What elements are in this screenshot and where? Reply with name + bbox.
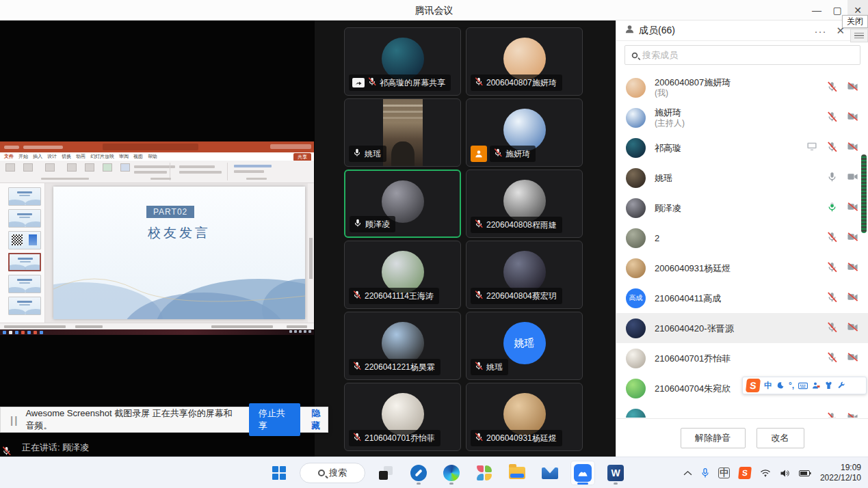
ppt-tab[interactable]: 插入 (33, 153, 42, 160)
ppt-window-controls[interactable] (270, 144, 311, 149)
tray-mic-icon[interactable] (701, 467, 709, 478)
video-tile[interactable]: 顾泽凌 (344, 170, 461, 238)
ppt-scrollbar[interactable] (308, 183, 314, 323)
slide-thumbnail[interactable]: 6 (8, 297, 41, 315)
ppt-search-box[interactable] (103, 144, 198, 150)
member-row[interactable]: 祁高璇 (616, 133, 868, 163)
ime-chinese-mode-icon[interactable]: 中 (764, 380, 772, 392)
video-tile[interactable]: 2006040807施妍琦 (466, 27, 583, 96)
ime-indicator[interactable]: 中 (718, 467, 730, 478)
video-tile[interactable]: 2106040701乔怡菲 (344, 383, 461, 451)
video-tile[interactable]: 2206040808程雨婕 (466, 170, 583, 238)
task-view-button[interactable] (373, 461, 398, 485)
tencent-meeting-icon[interactable] (570, 461, 595, 485)
ppt-tab[interactable]: 文件 (4, 153, 14, 160)
member-row[interactable]: 2006040931杨廷煜 (616, 253, 868, 283)
member-subtitle: (我) (655, 88, 668, 98)
start-button[interactable] (267, 461, 291, 485)
ppt-tab[interactable]: 动画 (76, 153, 86, 160)
tile-name-label: 2206041114王海涛 (365, 290, 434, 302)
unmute-button[interactable]: 解除静音 (681, 428, 746, 448)
member-row[interactable] (616, 403, 868, 418)
hamburger-menu-icon[interactable] (850, 29, 868, 42)
member-row[interactable]: 姚瑶 (616, 163, 868, 193)
ppt-tab[interactable]: 切换 (62, 153, 71, 160)
ribbon-icon[interactable] (23, 163, 33, 172)
taskbar-clock[interactable]: 19:09 2022/12/10 (820, 463, 861, 483)
slide-thumbnail[interactable]: 1 (8, 187, 41, 206)
microsoft-store-icon[interactable] (472, 461, 497, 485)
keyboard-icon[interactable] (798, 382, 808, 390)
member-row[interactable]: 顾泽凌 (616, 193, 868, 223)
video-tile[interactable]: 施妍琦 (466, 98, 583, 167)
ppt-tab[interactable]: 设计 (47, 153, 57, 160)
member-search-input[interactable]: 搜索成员 (624, 45, 860, 65)
ppt-tab[interactable]: 幻灯片放映 (90, 153, 114, 160)
video-tile[interactable]: 2206041114王海涛 (344, 241, 461, 309)
member-row[interactable]: 施妍琦(主持人) (616, 103, 868, 133)
shirt-icon[interactable] (824, 381, 833, 390)
tile-name-label: 2206041221杨昊霖 (365, 362, 435, 373)
mic-icon (367, 77, 377, 89)
video-tile[interactable]: 祁高璇的屏幕共享 (344, 27, 461, 96)
wrench-icon[interactable] (837, 381, 845, 390)
volume-icon[interactable] (780, 469, 790, 478)
more-options-icon[interactable]: ··· (814, 25, 826, 37)
ribbon-icon[interactable] (5, 163, 15, 172)
tool-app-icon[interactable] (406, 461, 431, 485)
edge-browser-icon[interactable] (439, 461, 464, 485)
word-app-icon[interactable]: W (603, 461, 628, 485)
mail-app-icon[interactable] (538, 461, 562, 485)
moon-icon[interactable] (776, 381, 785, 390)
member-row[interactable]: 2006040807施妍琦(我) (616, 72, 868, 103)
ribbon-icon[interactable] (85, 163, 94, 172)
live-video (383, 99, 423, 166)
ribbon-icon[interactable] (67, 163, 77, 172)
stop-share-button[interactable]: 停止共享 (249, 403, 301, 436)
person-icon[interactable] (812, 381, 820, 390)
member-row[interactable]: 高成 2106040411高成 (616, 283, 868, 313)
ppt-tab[interactable]: 开始 (18, 153, 28, 160)
slide-thumbnail[interactable]: 5 (8, 275, 41, 293)
wifi-icon[interactable] (760, 469, 771, 477)
sogou-logo-icon[interactable]: S (746, 379, 761, 392)
search-icon (318, 470, 325, 476)
avatar (382, 38, 424, 80)
video-tile[interactable]: 姚瑶 姚瑶 (466, 312, 583, 380)
sogou-tray-icon[interactable]: S (738, 467, 752, 479)
punctuation-icon[interactable]: °, (789, 381, 794, 390)
member-row[interactable]: 2106040701乔怡菲 (616, 343, 868, 373)
ribbon-icon[interactable] (103, 163, 112, 172)
ppt-tab[interactable]: 审阅 (119, 153, 129, 160)
video-tile[interactable]: 2206040804蔡宏玥 (466, 241, 583, 309)
ppt-tab[interactable]: 帮助 (148, 153, 157, 160)
portrait-photo (29, 234, 37, 245)
member-list-scrollbar[interactable] (861, 154, 867, 233)
ribbon-icon[interactable] (45, 163, 55, 172)
slide-thumbnail[interactable]: 2 (8, 209, 41, 228)
powerpoint-window: 文件开始插入设计切换动画幻灯片放映审阅视图帮助 共享 (0, 141, 314, 335)
rename-button[interactable]: 改名 (757, 428, 804, 448)
ppt-tab[interactable]: 视图 (133, 153, 143, 160)
taskbar-search[interactable]: 搜索 (300, 463, 365, 483)
mic-icon (474, 290, 484, 302)
tile-name-label: 2006040807施妍琦 (486, 77, 557, 89)
tile-name-label: 姚瑶 (365, 148, 381, 160)
video-tile[interactable]: 姚瑶 (344, 98, 461, 167)
member-row[interactable]: 2106040420-张晋源 (616, 313, 868, 343)
member-status-icons (826, 261, 858, 275)
slide-thumbnail[interactable]: 3 (8, 231, 41, 249)
minimize-button[interactable]: — (806, 0, 827, 21)
video-tile[interactable]: 2006040931杨廷煜 (466, 383, 583, 451)
hide-link[interactable]: 隐藏 (311, 407, 328, 432)
file-explorer-icon[interactable] (505, 461, 529, 485)
member-status-icons (826, 171, 858, 185)
screen-share-notification-bar: || Awesome Screenshot 截图录屏 正在共享你的屏幕和音频。 … (0, 407, 328, 433)
slide-thumbnail[interactable]: 4 (8, 253, 41, 271)
ribbon-icon[interactable] (120, 163, 130, 172)
pause-icon[interactable]: || (10, 414, 18, 426)
member-row[interactable]: 2 (616, 223, 868, 253)
battery-icon[interactable] (799, 470, 811, 477)
tray-expand-icon[interactable] (683, 470, 692, 476)
video-tile[interactable]: 2206041221杨昊霖 (344, 312, 461, 380)
